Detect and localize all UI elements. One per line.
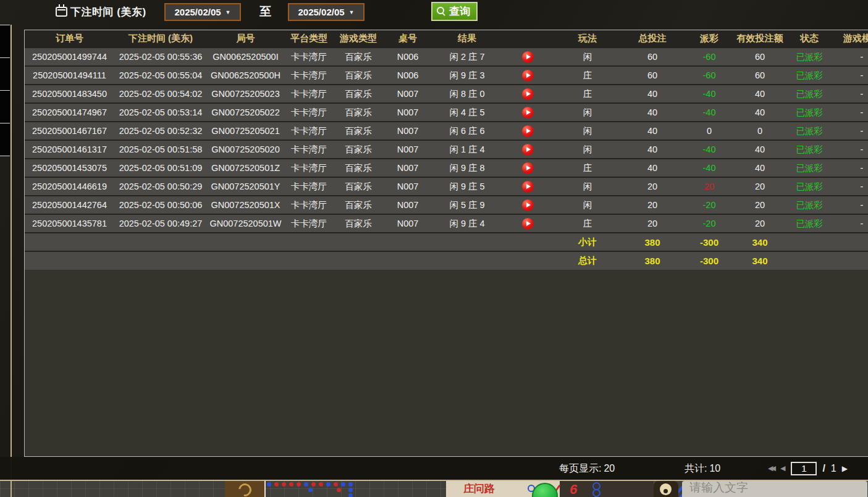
cell-replay: [502, 48, 554, 66]
cell-round-id: GN00725205021: [207, 122, 284, 140]
play-triangle-icon: [526, 91, 531, 96]
cell-platform: 卡卡湾厅: [284, 122, 334, 140]
cell-total-bet: 40: [622, 85, 683, 103]
cell-result: 闲 9 庄 4: [432, 214, 502, 233]
pagination-bar: 每页显示:20 共计:10 ◀◀ ◀ / 1 ▶: [0, 457, 868, 481]
grand-total-label: 总计: [554, 251, 622, 270]
per-page-display: 每页显示:20: [559, 457, 617, 480]
cell-valid-bet: 20: [735, 177, 785, 196]
replay-play-icon[interactable]: [522, 51, 534, 63]
table-row[interactable]: 250205001483450 2025-02-05 00:54:02 GN00…: [25, 85, 868, 103]
grand-total-valid-bet: 340: [735, 251, 785, 270]
cell-round-id: GN0062520500I: [207, 48, 284, 66]
cell-valid-bet: 60: [735, 48, 785, 66]
table-row[interactable]: 250205001461317 2025-02-05 00:51:58 GN00…: [25, 140, 868, 159]
cell-round-id: GN00725205020: [207, 140, 284, 159]
emoji-icon: [660, 483, 672, 495]
per-page-label: 每页显示:: [559, 463, 601, 474]
grand-total-row: 总计 380 -300 340: [25, 251, 868, 270]
page-number-input[interactable]: [791, 462, 817, 475]
replay-play-icon[interactable]: [522, 70, 534, 81]
column-header: 下注时间 (美东): [114, 30, 207, 48]
table-row[interactable]: 250205001435781 2025-02-05 00:49:27 GN00…: [25, 214, 868, 233]
cell-platform: 卡卡湾厅: [284, 85, 334, 103]
cell-game-type: 百家乐: [334, 48, 383, 66]
cell-order-id: 250205001483450: [25, 85, 114, 103]
cell-replay: [502, 85, 554, 103]
calendar-icon: [56, 7, 67, 17]
cell-game-type: 百家乐: [334, 122, 383, 140]
play-triangle-icon: [526, 147, 531, 152]
cell-valid-bet: 60: [735, 66, 785, 85]
cell-replay: [502, 159, 554, 177]
table-row[interactable]: 250205001453075 2025-02-05 00:51:09 GN00…: [25, 159, 868, 177]
cell-bet-time: 2025-02-05 00:50:06: [114, 196, 207, 214]
column-header: 派彩: [683, 30, 735, 48]
cell-total-bet: 40: [622, 159, 683, 177]
page-separator: /: [822, 463, 825, 474]
subtotal-row: 小计 380 -300 340: [25, 233, 868, 251]
cell-payout: -40: [683, 140, 735, 159]
subtotal-payout: -300: [683, 233, 735, 251]
search-button[interactable]: 查询: [431, 2, 478, 21]
cell-bet-time: 2025-02-05 00:51:09: [114, 159, 207, 177]
roadmap-cell: [0, 123, 10, 156]
cell-total-bet: 40: [622, 103, 683, 122]
cell-payout: 0: [683, 122, 735, 140]
replay-play-icon[interactable]: [522, 88, 534, 100]
cell-game-mode: -: [834, 48, 868, 66]
cell-platform: 卡卡湾厅: [284, 140, 334, 159]
column-header: [502, 30, 554, 48]
bead-road-dots: [348, 493, 353, 497]
cell-order-id: 250205001435781: [25, 214, 114, 233]
replay-play-icon[interactable]: [522, 218, 534, 230]
cell-valid-bet: 0: [735, 122, 785, 140]
cell-replay: [502, 177, 554, 196]
cell-platform: 卡卡湾厅: [284, 177, 334, 196]
cell-table-no: N007: [383, 140, 432, 159]
replay-play-icon[interactable]: [522, 181, 534, 193]
cell-game-mode: -: [834, 214, 868, 233]
replay-play-icon[interactable]: [522, 107, 534, 119]
cell-bet-on: 闲: [554, 196, 622, 214]
prev-page-button[interactable]: ◀: [780, 465, 785, 472]
cell-game-mode: -: [834, 140, 868, 159]
cell-game-mode: -: [834, 85, 868, 103]
cell-total-bet: 20: [622, 214, 683, 233]
cell-valid-bet: 20: [735, 214, 785, 233]
table-row[interactable]: 250205001467167 2025-02-05 00:52:32 GN00…: [25, 122, 868, 140]
cell-order-id: 250205001461317: [25, 140, 114, 159]
cell-game-mode: -: [834, 196, 868, 214]
table-row[interactable]: 250205001446619 2025-02-05 00:50:29 GN00…: [25, 177, 868, 196]
countdown-number: 6: [570, 482, 577, 497]
cell-order-id: 250205001467167: [25, 122, 114, 140]
replay-play-icon[interactable]: [522, 144, 534, 156]
table-row[interactable]: 250205001499744 2025-02-05 00:55:36 GN00…: [25, 48, 868, 66]
table-row[interactable]: 250205001494111 2025-02-05 00:55:04 GN00…: [25, 66, 868, 85]
cell-bet-time: 2025-02-05 00:55:04: [114, 66, 207, 85]
table-row[interactable]: 250205001442764 2025-02-05 00:50:06 GN00…: [25, 196, 868, 214]
cell-replay: [502, 122, 554, 140]
emoji-button[interactable]: [654, 481, 678, 497]
next-page-button[interactable]: ▶: [842, 465, 848, 472]
cell-table-no: N007: [383, 103, 432, 122]
date-to-select[interactable]: 2025/02/05 ▼: [288, 3, 364, 21]
replay-play-icon[interactable]: [522, 125, 534, 137]
cell-status: 已派彩: [785, 177, 834, 196]
replay-play-icon[interactable]: [522, 162, 534, 174]
cell-game-type: 百家乐: [334, 140, 383, 159]
replay-play-icon[interactable]: [522, 199, 534, 211]
cell-bet-time: 2025-02-05 00:54:02: [114, 85, 207, 103]
cell-result: 闲 4 庄 5: [432, 103, 502, 122]
date-from-select[interactable]: 2025/02/05 ▼: [164, 3, 241, 21]
chat-input[interactable]: [682, 481, 867, 497]
pager: ◀◀ ◀ / 1 ▶: [768, 457, 848, 480]
cell-result: 闲 8 庄 0: [432, 85, 502, 103]
cell-bet-on: 庄: [554, 85, 622, 103]
first-page-button[interactable]: ◀◀: [768, 465, 773, 472]
cell-status: 已派彩: [785, 48, 834, 66]
cell-payout: -40: [683, 159, 735, 177]
table-row[interactable]: 250205001474967 2025-02-05 00:53:14 GN00…: [25, 103, 868, 122]
cell-game-type: 百家乐: [334, 103, 383, 122]
cell-bet-on: 庄: [554, 159, 622, 177]
